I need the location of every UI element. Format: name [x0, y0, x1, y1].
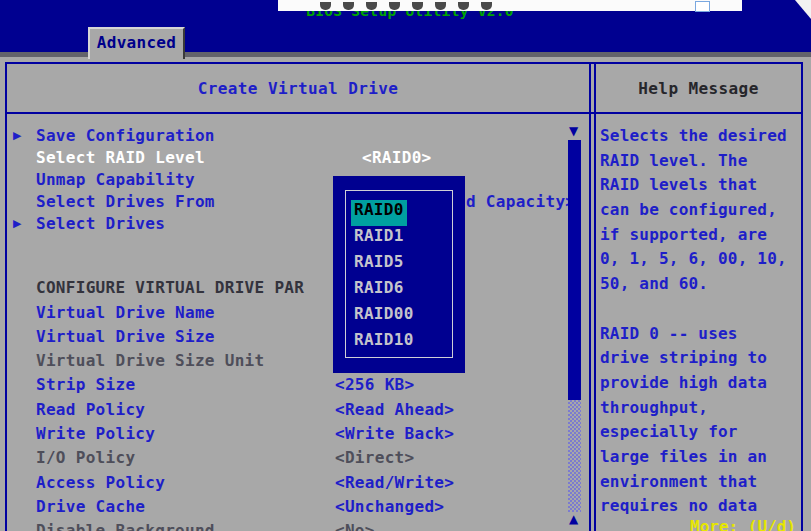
dropdown-option-raid10[interactable]: RAID10	[351, 330, 417, 356]
menu-item-unmap-capability[interactable]: Unmap Capability	[36, 170, 195, 188]
menu-item-drive-cache[interactable]: Drive Cache<Unchanged>	[36, 497, 145, 515]
menu-item-value: <No>	[335, 521, 375, 531]
menu-item-read-policy[interactable]: Read Policy<Read Ahead>	[36, 400, 145, 418]
menu-item-value[interactable]: <Unchanged>	[335, 497, 444, 516]
help-line: especially for	[600, 422, 802, 447]
submenu-arrow-icon: ▶	[13, 129, 21, 142]
menu-item-label: Select Drives	[36, 214, 165, 233]
menu-item-strip-size[interactable]: Strip Size<256 KB>	[36, 375, 135, 393]
menu-item-label: I/O Policy	[36, 448, 135, 467]
menu-item-label: Read Policy	[36, 400, 145, 419]
menu-item-save-configuration[interactable]: Save Configuration	[36, 126, 215, 144]
help-line: throughput,	[600, 398, 802, 423]
toolbar-icon[interactable]	[435, 2, 446, 10]
menu-item-access-policy[interactable]: Access Policy<Read/Write>	[36, 473, 165, 491]
toolbar-icon[interactable]	[458, 2, 469, 10]
help-line: RAID 0 -- uses	[600, 324, 802, 349]
toolbar-icon[interactable]	[320, 2, 331, 10]
toolbar-icon[interactable]	[481, 2, 492, 10]
toolbar-icon[interactable]	[366, 2, 377, 10]
menu-item-value[interactable]: <Write Back>	[335, 424, 454, 443]
tab-advanced[interactable]: Advanced	[88, 27, 185, 59]
remote-viewer-toolbar[interactable]	[278, 0, 742, 11]
dropdown-option-raid5[interactable]: RAID5	[351, 252, 407, 278]
toolbar-checkbox-icon[interactable]	[695, 1, 710, 12]
toolbar-icon[interactable]	[412, 2, 423, 10]
help-line: large files in an	[600, 447, 802, 472]
menu-item-write-policy[interactable]: Write Policy<Write Back>	[36, 424, 155, 442]
menu-item-select-drives[interactable]: Select Drives	[36, 214, 165, 232]
menu-item-value[interactable]: <RAID0>	[362, 148, 432, 167]
menu-item-label: Virtual Drive Size Unit	[36, 351, 264, 370]
toolbar-icon[interactable]	[389, 2, 400, 10]
menu-item-label: Virtual Drive Name	[36, 303, 215, 322]
toolbar-icon[interactable]	[343, 2, 354, 10]
menu-item-virtual-drive-name[interactable]: Virtual Drive Name	[36, 303, 215, 321]
menu-item-label: Select Drives From	[36, 192, 215, 211]
screen-corner-artifact	[795, 0, 811, 19]
help-line: 0, 1, 5, 6, 00, 10,	[600, 249, 802, 274]
menu-item-value[interactable]: <Read Ahead>	[335, 400, 454, 419]
scrollbar-arrow-bottom[interactable]: ▲	[569, 512, 578, 526]
menu-item-disable-background: Disable Background<No>	[36, 521, 215, 531]
help-line: Selects the desired	[600, 126, 802, 151]
menu-item-label: Write Policy	[36, 424, 155, 443]
panel-separator	[589, 62, 591, 531]
panel-border	[5, 62, 7, 531]
section-header-configure-parameters: CONFIGURE VIRTUAL DRIVE PAR	[36, 278, 304, 296]
help-line: environment that	[600, 472, 802, 497]
menu-item-select-drives-from[interactable]: Select Drives Fromd Capacity>	[36, 192, 215, 210]
menu-item-label: Drive Cache	[36, 497, 145, 516]
help-line: drive striping to	[600, 348, 802, 373]
panel-border	[5, 62, 803, 64]
menu-item-label: Virtual Drive Size	[36, 327, 215, 346]
menu-item-value: <Direct>	[335, 448, 414, 467]
menu-item-select-raid-level[interactable]: Select RAID Level<RAID0>	[36, 148, 205, 166]
panel-separator	[594, 62, 596, 531]
help-line: can be configured,	[600, 200, 802, 225]
submenu-arrow-icon: ▶	[13, 217, 21, 230]
raid-level-dropdown[interactable]: RAID0 RAID1 RAID5 RAID6 RAID00 RAID10	[333, 176, 465, 373]
help-panel-title: Help Message	[596, 79, 801, 98]
dropdown-option-raid0[interactable]: RAID0	[351, 200, 407, 226]
menu-item-label: Strip Size	[36, 375, 135, 394]
menu-item-label: Save Configuration	[36, 126, 215, 145]
raid-level-dropdown-list: RAID0 RAID1 RAID5 RAID6 RAID00 RAID10	[345, 190, 453, 358]
scrollbar-thumb[interactable]	[568, 140, 581, 400]
menu-item-virtual-drive-size-unit: Virtual Drive Size Unit	[36, 351, 264, 369]
section-label: CONFIGURE VIRTUAL DRIVE PAR	[36, 278, 304, 297]
help-line: if supported, are	[600, 225, 802, 250]
menu-item-value[interactable]: <Read/Write>	[335, 473, 454, 492]
dropdown-option-raid1[interactable]: RAID1	[351, 226, 407, 252]
help-line: RAID levels that	[600, 175, 802, 200]
help-line: RAID level. The	[600, 151, 802, 176]
page-title: Create Virtual Drive	[7, 79, 589, 98]
help-line: provide high data	[600, 373, 802, 398]
help-line	[600, 299, 802, 324]
menu-item-label: Select RAID Level	[36, 148, 205, 167]
help-message-body: Selects the desired RAID level. The RAID…	[600, 126, 802, 521]
menu-item-value[interactable]: d Capacity>	[466, 192, 575, 211]
dropdown-option-raid6[interactable]: RAID6	[351, 278, 407, 304]
dropdown-option-raid00[interactable]: RAID00	[351, 304, 417, 330]
scrollbar-track[interactable]	[568, 400, 581, 512]
menu-item-value[interactable]: <256 KB>	[335, 375, 414, 394]
scrollbar-arrow-top[interactable]: ▼	[569, 124, 578, 138]
menu-item-label: Disable Background	[36, 521, 215, 531]
menu-item-io-policy: I/O Policy<Direct>	[36, 448, 135, 466]
menu-item-virtual-drive-size[interactable]: Virtual Drive Size	[36, 327, 215, 345]
more-indicator: More: (U/d)	[596, 517, 796, 531]
menu-item-label: Unmap Capability	[36, 170, 195, 189]
panel-border	[5, 112, 803, 114]
menu-item-label: Access Policy	[36, 473, 165, 492]
help-line: 50, and 60.	[600, 274, 802, 299]
